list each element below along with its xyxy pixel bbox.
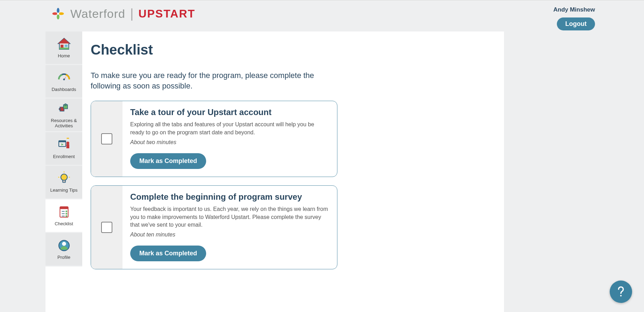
main-content: Checklist To make sure you are ready for…: [82, 31, 504, 312]
puzzle-icon: [57, 101, 71, 116]
lightbulb-icon: [57, 171, 71, 186]
brand-sep: |: [130, 6, 133, 21]
svg-point-12: [64, 104, 66, 105]
sidebar: Home Dashboards: [46, 31, 82, 312]
svg-marker-16: [61, 143, 63, 146]
checklist-checkbox[interactable]: [101, 222, 112, 233]
enrollment-icon: [57, 137, 71, 152]
card-duration: About two minutes: [130, 139, 329, 146]
question-icon: [614, 284, 628, 299]
user-area: Andy Minshew Logout: [553, 6, 595, 30]
svg-point-32: [65, 215, 67, 217]
svg-point-20: [61, 174, 67, 180]
sidebar-item-label: Learning Tips: [49, 188, 79, 193]
card-description: Your feedback is important to us. Each y…: [130, 205, 329, 229]
card-title: Complete the beginning of program survey: [130, 192, 329, 202]
sidebar-item-home[interactable]: Home: [46, 31, 82, 65]
svg-point-35: [620, 295, 622, 296]
svg-point-18: [66, 142, 69, 144]
svg-rect-17: [66, 144, 69, 148]
card-body: Complete the beginning of program survey…: [122, 186, 337, 269]
logout-button[interactable]: Logout: [557, 17, 595, 30]
svg-point-3: [59, 12, 64, 15]
svg-point-2: [52, 12, 58, 15]
sidebar-item-dashboards[interactable]: Dashboards: [46, 65, 82, 99]
user-name: Andy Minshew: [553, 6, 595, 13]
sidebar-item-profile[interactable]: Profile: [46, 233, 82, 267]
sidebar-item-label: Checklist: [53, 221, 75, 227]
header: Waterford | UPSTART Andy Minshew Logout: [51, 6, 595, 30]
card-duration: About ten minutes: [130, 232, 329, 238]
card-body: Take a tour of your Upstart account Expl…: [122, 101, 337, 177]
mark-completed-button[interactable]: Mark as Completed: [130, 246, 206, 261]
card-check-column: [91, 186, 122, 269]
card-description: Exploring all the tabs and features of y…: [130, 121, 329, 136]
sidebar-item-enrollment[interactable]: Enrollment: [46, 132, 82, 166]
card-check-column: [91, 101, 122, 177]
brand-waterford-text: Waterford: [70, 7, 125, 21]
svg-rect-8: [64, 45, 67, 47]
svg-point-34: [62, 242, 66, 246]
svg-rect-19: [66, 138, 69, 139]
gauge-icon: [57, 70, 71, 85]
workspace: Home Dashboards: [46, 31, 504, 312]
page-intro: To make sure you are ready for the progr…: [91, 70, 336, 91]
profile-icon: [57, 238, 71, 253]
waterford-flower-icon: [51, 6, 65, 21]
checklist-card: Complete the beginning of program survey…: [91, 185, 337, 269]
sidebar-item-checklist[interactable]: Checklist: [46, 199, 82, 233]
sidebar-item-learning-tips[interactable]: Learning Tips: [46, 166, 82, 199]
sidebar-item-label: Profile: [56, 255, 72, 260]
help-button[interactable]: [610, 281, 632, 303]
svg-point-30: [65, 211, 67, 212]
svg-point-31: [65, 213, 67, 215]
brand-upstart-text: UPSTART: [138, 7, 195, 20]
svg-rect-26: [60, 207, 68, 209]
page-title: Checklist: [91, 42, 496, 58]
card-title: Take a tour of your Upstart account: [130, 107, 329, 117]
checklist-checkbox[interactable]: [101, 133, 112, 144]
sidebar-item-label: Home: [56, 54, 71, 59]
svg-marker-6: [58, 38, 70, 43]
sidebar-item-label: Enrollment: [51, 154, 76, 159]
svg-point-11: [63, 79, 65, 80]
svg-rect-21: [62, 180, 65, 183]
sidebar-item-label: Dashboards: [50, 87, 77, 92]
svg-point-4: [57, 13, 59, 15]
sidebar-item-resources[interactable]: Resources & Activities: [46, 99, 82, 132]
mark-completed-button[interactable]: Mark as Completed: [130, 153, 206, 169]
svg-point-1: [57, 14, 59, 20]
svg-rect-9: [59, 48, 69, 49]
checklist-card: Take a tour of your Upstart account Expl…: [91, 101, 337, 177]
brand-logo: Waterford | UPSTART: [51, 6, 195, 21]
sidebar-item-label: Resources & Activities: [46, 118, 82, 129]
home-icon: [57, 37, 71, 51]
svg-rect-15: [59, 141, 66, 142]
checklist-icon: [57, 205, 71, 219]
svg-point-0: [57, 8, 59, 13]
svg-point-13: [59, 108, 61, 110]
